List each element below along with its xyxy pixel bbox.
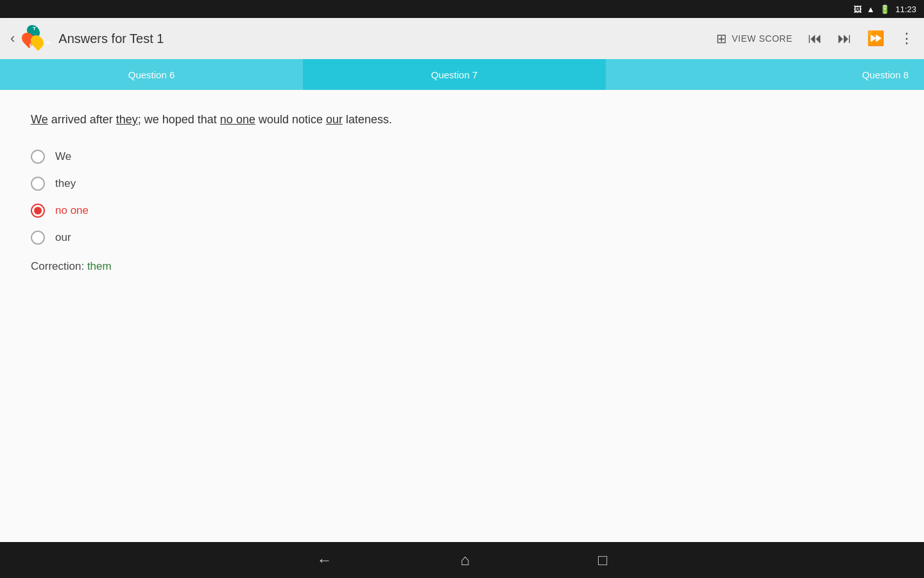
app-title: Answers for Test 1 bbox=[58, 31, 164, 46]
sentence-part-2: ; we hoped that bbox=[138, 113, 220, 126]
option-label-noone: no one bbox=[55, 204, 89, 217]
back-icon[interactable]: ‹ bbox=[10, 30, 15, 47]
skip-back-icon[interactable]: ⏮ bbox=[808, 30, 822, 47]
battery-icon: 🔋 bbox=[880, 4, 890, 14]
correction-section: Correction: them bbox=[31, 260, 893, 273]
image-icon: 🖼 bbox=[853, 4, 862, 14]
sentence-part-4: lateness. bbox=[343, 113, 392, 126]
sentence-word-we: We bbox=[31, 113, 48, 126]
more-options-icon[interactable]: ⋮ bbox=[900, 30, 914, 47]
radio-we[interactable] bbox=[31, 150, 45, 164]
next-icon[interactable]: ⏩ bbox=[867, 30, 884, 47]
correction-label: Correction: bbox=[31, 260, 84, 272]
app-bar: ‹ T E S Answers for Test 1 ⊞ VIEW SCORE … bbox=[0, 18, 924, 59]
sentence-part-1: arrived after bbox=[48, 113, 116, 126]
option-row-4: our bbox=[31, 231, 893, 245]
option-label-our: our bbox=[55, 231, 71, 244]
bottom-nav: ← ⌂ □ bbox=[0, 542, 924, 578]
sentence-word-noone: no one bbox=[220, 113, 255, 126]
status-bar: 🖼 ▲ 🔋 11:23 bbox=[0, 0, 924, 18]
radio-they[interactable] bbox=[31, 177, 45, 191]
sentence-word-our: our bbox=[326, 113, 343, 126]
view-score-icon: ⊞ bbox=[716, 31, 727, 46]
option-label-they: they bbox=[55, 177, 76, 190]
prev-icon[interactable]: ⏭ bbox=[837, 30, 851, 47]
question-sentence: We arrived after they; we hoped that no … bbox=[31, 110, 893, 129]
view-score-label: VIEW SCORE bbox=[732, 33, 792, 44]
radio-inner-noone bbox=[34, 207, 42, 215]
radio-noone[interactable] bbox=[31, 204, 45, 218]
option-row-1: We bbox=[31, 150, 893, 164]
home-button[interactable]: ⌂ bbox=[461, 551, 470, 569]
view-score-button[interactable]: ⊞ VIEW SCORE bbox=[716, 31, 792, 46]
nav-tab-prev[interactable]: Question 6 bbox=[0, 59, 303, 90]
correction-answer: them bbox=[87, 260, 112, 272]
logo-letter-t: T bbox=[33, 26, 36, 31]
nav-tab-next[interactable]: Question 8 bbox=[606, 59, 924, 90]
logo-letter-s: S bbox=[47, 40, 50, 46]
status-time: 11:23 bbox=[895, 4, 916, 14]
question-navigation: Question 6 Question 7 Question 8 bbox=[0, 59, 924, 90]
sentence-part-3: would notice bbox=[255, 113, 326, 126]
app-bar-left: ‹ T E S Answers for Test 1 bbox=[10, 24, 716, 53]
back-button[interactable]: ← bbox=[317, 551, 332, 569]
app-logo: T E S bbox=[22, 24, 51, 53]
nav-tab-current[interactable]: Question 7 bbox=[303, 59, 606, 90]
option-row-3: no one bbox=[31, 204, 893, 218]
sentence-word-they: they bbox=[116, 113, 138, 126]
radio-our[interactable] bbox=[31, 231, 45, 245]
option-label-we: We bbox=[55, 150, 71, 163]
wifi-icon: ▲ bbox=[867, 4, 875, 14]
app-bar-right: ⊞ VIEW SCORE ⏮ ⏭ ⏩ ⋮ bbox=[716, 30, 914, 47]
recents-button[interactable]: □ bbox=[598, 551, 608, 569]
main-content: We arrived after they; we hoped that no … bbox=[0, 90, 924, 542]
option-row-2: they bbox=[31, 177, 893, 191]
